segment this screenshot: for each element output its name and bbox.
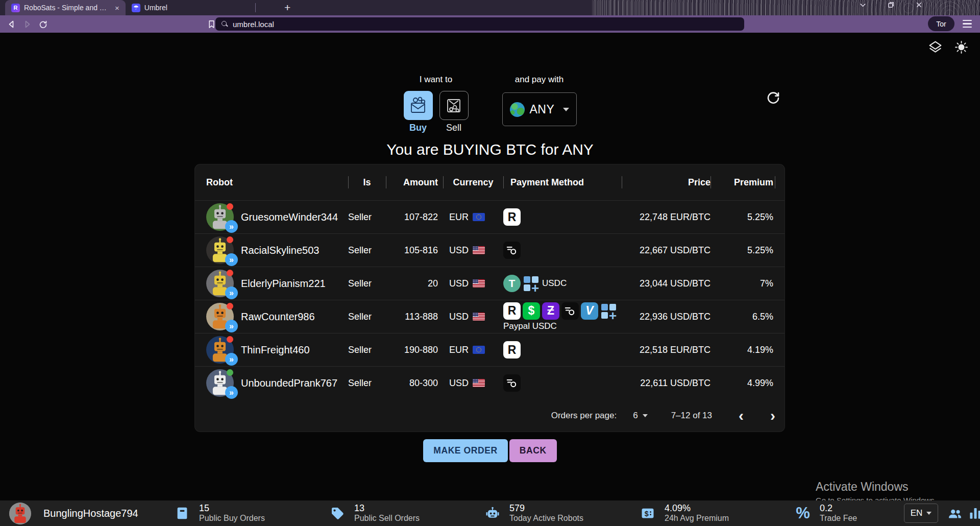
stat-label: Public Sell Orders <box>354 514 420 523</box>
column-header-is[interactable]: Is <box>348 175 386 190</box>
archive-box-icon <box>175 506 190 521</box>
stat-label: Public Buy Orders <box>199 514 265 523</box>
order-row[interactable]: »RawCounter986Seller113-888USDR$ƵV+Paypa… <box>195 300 785 333</box>
currency-code: EUR <box>449 212 469 223</box>
currency-select[interactable]: ANY <box>502 92 577 126</box>
back-button[interactable] <box>7 20 16 29</box>
browser-menu-icon[interactable] <box>963 20 972 28</box>
revolut-icon: R <box>503 208 521 226</box>
buy-toggle-button[interactable] <box>404 91 433 120</box>
premium-cell: 4.19% <box>710 345 773 355</box>
reload-button[interactable] <box>39 20 47 29</box>
payment-method-cell: T+USDC <box>503 275 622 292</box>
close-tab-icon[interactable]: × <box>115 4 119 12</box>
tab-title: Umbrel <box>144 4 167 12</box>
double-chevron-badge-icon: » <box>225 353 238 366</box>
sell-toggle-button[interactable] <box>439 91 469 120</box>
revolut-icon: R <box>503 341 521 358</box>
order-rows: »GruesomeWinder344Seller107-822EURR22,74… <box>195 200 785 399</box>
price-cell: 22,667 USD/BTC <box>622 245 710 256</box>
currency-value: ANY <box>530 103 555 116</box>
new-tab-button[interactable]: + <box>276 0 299 15</box>
page-title: You are BUYING BTC for ANY <box>0 141 980 158</box>
exchange-summary-chart-icon[interactable] <box>968 506 980 521</box>
robosats-favicon-icon: R <box>11 4 20 12</box>
is-cell: Seller <box>348 278 386 289</box>
robosats-page: I want to Buy Sell <box>0 33 980 500</box>
layers-icon[interactable] <box>928 40 943 57</box>
bookmark-panel-icon[interactable] <box>207 20 216 29</box>
url-text[interactable]: umbrel.local <box>233 20 274 29</box>
premium-cell: 4.99% <box>710 378 773 389</box>
venmo-icon: V <box>581 302 598 320</box>
revolut-icon: R <box>503 302 521 320</box>
payment-icons: R <box>503 208 622 226</box>
minimize-icon[interactable] <box>859 1 867 9</box>
amount-cell: 107-822 <box>386 212 443 223</box>
refresh-book-button[interactable] <box>766 90 781 108</box>
is-cell: Seller <box>348 345 386 355</box>
stat-label: Today Active Robots <box>509 514 583 523</box>
pagination: Orders per page: 6 7–12 of 13 ‹ › <box>206 399 775 432</box>
eu-flag-icon <box>473 346 485 354</box>
amount-cell: 105-816 <box>386 245 443 256</box>
tab-robosats[interactable]: R RoboSats - Simple and Private Bit × <box>5 0 126 15</box>
payment-method-cell <box>503 374 622 392</box>
previous-page-button[interactable]: ‹ <box>739 408 744 423</box>
column-header-payment[interactable]: Payment Method <box>503 175 622 190</box>
close-window-icon[interactable] <box>915 1 923 9</box>
stat-text: 0.2Trade Fee <box>820 503 857 523</box>
screen: R RoboSats - Simple and Private Bit × ☂ … <box>0 0 980 526</box>
us-flag-icon <box>473 279 485 288</box>
amount-cell: 113-888 <box>386 312 443 322</box>
address-bar[interactable]: umbrel.local <box>215 17 744 31</box>
currency-code: USD <box>449 312 469 322</box>
robot-profile[interactable]: BunglingHostage794 <box>9 503 138 524</box>
restore-window-icon[interactable] <box>887 1 895 9</box>
svg-text:$: $ <box>645 510 649 518</box>
next-page-button[interactable]: › <box>770 408 775 423</box>
language-select[interactable]: EN <box>904 504 938 523</box>
order-row[interactable]: »GruesomeWinder344Seller107-822EURR22,74… <box>195 200 785 233</box>
tab-umbrel[interactable]: ☂ Umbrel <box>126 0 174 15</box>
currency-code: USD <box>449 278 469 289</box>
robot-avatar: » <box>206 236 234 264</box>
amount-cell: 20 <box>386 278 443 289</box>
price-cell: 22,518 EUR/BTC <box>622 345 710 355</box>
tether-icon: T <box>503 275 521 292</box>
comet-icon <box>561 302 579 320</box>
column-header-amount[interactable]: Amount <box>386 175 443 190</box>
order-row[interactable]: »UnboundedPrank767Seller80-300USD22,611 … <box>195 366 785 399</box>
column-header-premium[interactable]: Premium <box>710 175 773 190</box>
and-pay-with-label: and pay with <box>515 75 564 85</box>
browser-tab-strip: R RoboSats - Simple and Private Bit × ☂ … <box>0 0 980 15</box>
robot-name: UnboundedPrank767 <box>241 377 337 389</box>
payment-text: Paypal USDC <box>503 321 622 331</box>
is-cell: Seller <box>348 245 386 256</box>
community-people-icon[interactable] <box>947 506 963 521</box>
forward-button[interactable] <box>23 20 32 29</box>
brightness-icon[interactable] <box>954 40 969 57</box>
stat-price-tag-dollar: $4.09%24h Avg Premium <box>640 500 729 526</box>
back-button-page[interactable]: BACK <box>509 439 557 462</box>
currency-cell: USD <box>443 378 503 389</box>
tor-button[interactable]: Tor <box>928 16 954 31</box>
column-header-price[interactable]: Price <box>622 175 710 190</box>
bottom-status-bar: BunglingHostage794 15Public Buy Orders13… <box>0 500 980 526</box>
profile-name: BunglingHostage794 <box>43 508 138 519</box>
order-row[interactable]: »ThinFreight460Seller190-880EURR22,518 E… <box>195 333 785 366</box>
robot-name: RacialSkyline503 <box>241 245 319 256</box>
orders-per-page-select[interactable]: 6 <box>633 411 647 421</box>
order-book-table: Robot Is Amount Currency Payment Method … <box>195 164 785 432</box>
stat-value: 13 <box>354 503 420 514</box>
order-row[interactable]: »ElderlyPianism221Seller20USDT+USDC23,04… <box>195 267 785 300</box>
make-order-button[interactable]: MAKE ORDER <box>423 439 508 462</box>
us-flag-icon <box>473 379 485 387</box>
column-header-robot[interactable]: Robot <box>206 175 348 190</box>
double-chevron-badge-icon: » <box>225 386 238 399</box>
buy-envelope-icon <box>408 95 428 116</box>
zelle-icon: Ƶ <box>542 302 559 320</box>
column-header-currency[interactable]: Currency <box>443 175 503 190</box>
is-cell: Seller <box>348 312 386 322</box>
order-row[interactable]: »RacialSkyline503Seller105-816USD22,667 … <box>195 233 785 267</box>
